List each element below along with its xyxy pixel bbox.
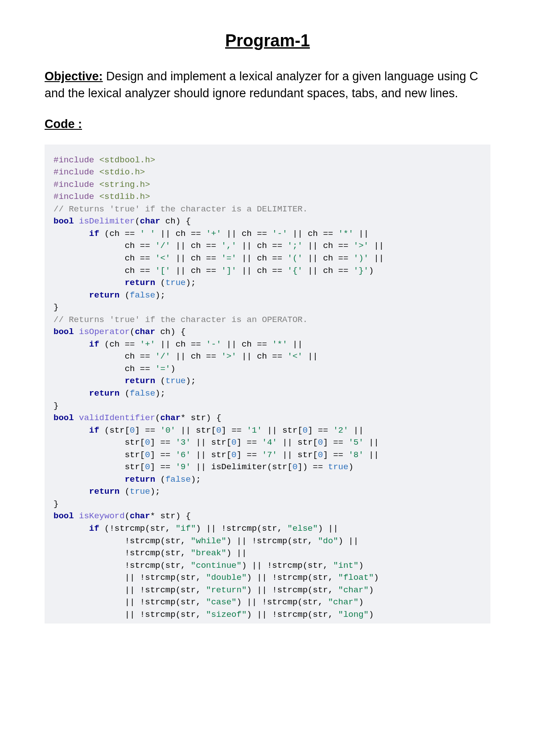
page-title: Program-1: [45, 31, 490, 50]
include-header: <stdio.h>: [99, 167, 145, 177]
keyword: char: [130, 511, 150, 521]
keyword: char: [160, 413, 181, 423]
keyword: if: [89, 339, 99, 349]
function-name: isDelimiter: [79, 216, 135, 226]
include-header: <stdbool.h>: [99, 155, 155, 165]
include-header: <stdlib.h>: [99, 192, 150, 202]
keyword: bool: [54, 413, 74, 423]
keyword: return: [89, 388, 119, 398]
include-kw: #include: [54, 167, 99, 177]
keyword: return: [125, 278, 155, 288]
keyword: return: [89, 290, 119, 300]
keyword: bool: [54, 216, 74, 226]
code-comment: // Returns 'true' if the character is a …: [54, 204, 308, 214]
function-name: isOperator: [79, 327, 130, 337]
objective-text: Design and implement a lexical analyzer …: [45, 70, 478, 100]
include-header: <string.h>: [99, 180, 150, 190]
keyword: return: [89, 487, 119, 496]
code-comment: // Returns 'true' if the character is an…: [54, 315, 308, 325]
code-block: #include <stdbool.h> #include <stdio.h> …: [45, 145, 490, 624]
keyword: if: [89, 524, 99, 533]
function-name: isKeyword: [79, 511, 125, 521]
keyword: return: [125, 475, 155, 484]
function-name: validIdentifier: [79, 413, 155, 423]
include-kw: #include: [54, 192, 99, 202]
keyword: if: [89, 229, 99, 239]
objective-paragraph: Objective: Design and implement a lexica…: [45, 68, 490, 102]
keyword: return: [125, 376, 155, 386]
objective-label: Objective:: [45, 70, 103, 83]
keyword: bool: [54, 511, 74, 521]
keyword: char: [140, 216, 160, 226]
keyword: if: [89, 426, 99, 435]
code-heading: Code :: [45, 117, 490, 131]
include-kw: #include: [54, 155, 99, 165]
include-kw: #include: [54, 180, 99, 190]
keyword: bool: [54, 327, 74, 337]
keyword: char: [135, 327, 155, 337]
